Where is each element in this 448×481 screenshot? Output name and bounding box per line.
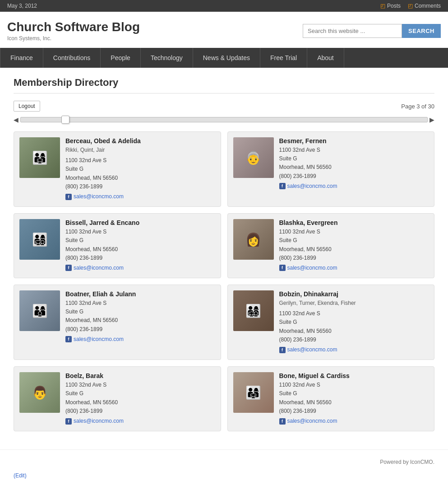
city-state: Moorhead, MN 56560 (65, 245, 215, 254)
top-bar-right: ◰ Posts ◰ Comments (380, 3, 441, 9)
address-line2: Suite G (279, 236, 429, 245)
directory-card: 👨‍👩‍👧‍👦Bissell, Jarred & Encano1100 32nd… (14, 213, 221, 278)
phone: (800) 236-1899 (279, 254, 429, 262)
nav-item-contributions[interactable]: Contributions (43, 48, 101, 68)
city-state: Moorhead, MN 56560 (279, 245, 429, 254)
email-link[interactable]: sales@iconcmo.com (287, 182, 337, 191)
city-state: Moorhead, MN 56560 (279, 398, 429, 407)
date-label: May 3, 2012 (7, 3, 37, 9)
city-state: Moorhead, MN 56560 (65, 398, 215, 407)
member-address: 1100 32nd Ave SSuite GMoorhead, MN 56560… (65, 228, 215, 272)
slider-left-arrow[interactable]: ◀ (14, 116, 18, 123)
posts-rss-link[interactable]: ◰ Posts (380, 3, 401, 9)
slider-right-arrow[interactable]: ▶ (430, 116, 434, 123)
search-input[interactable] (303, 24, 402, 38)
address-line2: Suite G (65, 165, 215, 173)
search-button[interactable]: SEARCH (402, 24, 441, 38)
address-line1: 1100 32nd Ave S (279, 146, 429, 154)
member-info: Boatner, Eliah & Julann1100 32nd Ave SSu… (65, 290, 215, 344)
edit-link[interactable]: (Edit) (0, 470, 40, 481)
header: Church Software Blog Icon Systems, Inc. … (0, 12, 448, 48)
directory-card: 👩Blashka, Evergreen1100 32nd Ave SSuite … (227, 213, 435, 278)
facebook-icon: f (279, 347, 286, 353)
site-branding: Church Software Blog Icon Systems, Inc. (7, 20, 140, 42)
phone: (800) 236-1899 (279, 407, 429, 416)
address-line2: Suite G (65, 389, 215, 398)
rss-icon-posts: ◰ (380, 3, 385, 9)
nav-item-free-trial[interactable]: Free Trial (260, 48, 307, 68)
directory-card: 👵Besmer, Fernen1100 32nd Ave SSuite GMoo… (227, 131, 435, 207)
email-row: f sales@iconcmo.com (65, 192, 215, 201)
email-row: f sales@iconcmo.com (65, 335, 215, 344)
member-info: Bobzin, DhinakarrajGerilyn, Turner, Eken… (279, 290, 429, 354)
directory-card: 👨‍👩‍👧Berceau, Obed & AdelidaRikki, Quint… (14, 131, 221, 207)
edit-link-container: (Edit) (0, 470, 448, 481)
member-photo: 👨‍👩‍👧‍👦 (233, 290, 274, 331)
search-form: SEARCH (303, 24, 441, 38)
member-name: Besmer, Fernen (279, 137, 429, 145)
member-name: Bissell, Jarred & Encano (65, 219, 215, 226)
address-line1: 1100 32nd Ave S (65, 228, 215, 236)
member-info: Boelz, Barak1100 32nd Ave SSuite GMoorhe… (65, 372, 215, 425)
email-link[interactable]: sales@iconcmo.com (287, 346, 337, 354)
controls-row: Logout Page 3 of 30 (14, 101, 434, 112)
email-link[interactable]: sales@iconcmo.com (74, 417, 124, 425)
email-row: f sales@iconcmo.com (279, 417, 429, 425)
address-line2: Suite G (279, 154, 429, 163)
site-subtitle: Icon Systems, Inc. (7, 35, 140, 42)
posts-label: Posts (387, 3, 401, 9)
email-row: f sales@iconcmo.com (279, 264, 429, 272)
page-heading: Membership Directory (14, 77, 434, 93)
nav-item-finance[interactable]: Finance (0, 48, 43, 68)
address-line1: 1100 32nd Ave S (65, 299, 215, 308)
directory-card: 👨Boelz, Barak1100 32nd Ave SSuite GMoorh… (14, 366, 221, 431)
address-line1: 1100 32nd Ave S (279, 381, 429, 389)
nav-item-about[interactable]: About (307, 48, 344, 68)
comments-rss-link[interactable]: ◰ Comments (408, 3, 441, 9)
member-photo: 👨‍👩‍👧 (233, 372, 274, 413)
nav-item-technology[interactable]: Technology (141, 48, 193, 68)
address-line2: Suite G (65, 236, 215, 245)
member-name: Berceau, Obed & Adelida (65, 137, 215, 145)
slider-row: ◀ ▶ (14, 116, 434, 123)
member-name: Bobzin, Dhinakarraj (279, 290, 429, 298)
email-link[interactable]: sales@iconcmo.com (74, 335, 124, 344)
facebook-icon: f (279, 418, 286, 425)
email-link[interactable]: sales@iconcmo.com (287, 417, 337, 425)
slider-track[interactable] (20, 117, 428, 122)
email-link[interactable]: sales@iconcmo.com (74, 264, 124, 272)
phone: (800) 236-1899 (65, 407, 215, 416)
city-state: Moorhead, MN 56560 (65, 174, 215, 182)
address-line2: Suite G (279, 389, 429, 398)
member-name: Blashka, Evergreen (279, 219, 429, 226)
facebook-icon: f (65, 194, 72, 200)
member-info: Besmer, Fernen1100 32nd Ave SSuite GMoor… (279, 137, 429, 191)
directory-card: 👨‍👩‍👦Boatner, Eliah & Julann1100 32nd Av… (14, 285, 221, 360)
member-address: 1100 32nd Ave SSuite GMoorhead, MN 56560… (279, 228, 429, 272)
email-row: f sales@iconcmo.com (65, 264, 215, 272)
member-info: Blashka, Evergreen1100 32nd Ave SSuite G… (279, 219, 429, 272)
email-link[interactable]: sales@iconcmo.com (287, 264, 337, 272)
city-state: Moorhead, MN 56560 (279, 163, 429, 172)
site-title: Church Software Blog (7, 20, 140, 34)
facebook-icon: f (279, 183, 286, 189)
email-link[interactable]: sales@iconcmo.com (74, 192, 124, 201)
member-name: Bone, Miguel & Cardiss (279, 372, 429, 379)
nav-item-people[interactable]: People (101, 48, 141, 68)
powered-by: Powered by IconCMO. (380, 459, 434, 465)
member-info: Berceau, Obed & AdelidaRikki, Quint, Jai… (65, 137, 215, 201)
slider-thumb[interactable] (61, 116, 69, 124)
nav-item-news[interactable]: News & Updates (193, 48, 260, 68)
member-address: 1100 32nd Ave SSuite GMoorhead, MN 56560… (65, 381, 215, 425)
logout-button[interactable]: Logout (14, 101, 40, 112)
member-family: Rikki, Quint, Jair (65, 146, 215, 154)
member-address: 1100 32nd Ave SSuite GMoorhead, MN 56560… (65, 299, 215, 344)
member-address: Gerilyn, Turner, Ekendra, Fisher1100 32n… (279, 299, 429, 354)
city-state: Moorhead, MN 56560 (65, 316, 215, 325)
directory-card: 👨‍👩‍👧Bone, Miguel & Cardiss1100 32nd Ave… (227, 366, 435, 431)
member-info: Bissell, Jarred & Encano1100 32nd Ave SS… (65, 219, 215, 272)
comments-label: Comments (415, 3, 441, 9)
email-row: f sales@iconcmo.com (279, 182, 429, 191)
member-address: Rikki, Quint, Jair1100 32nd Ave SSuite G… (65, 146, 215, 201)
footer: Powered by IconCMO. (0, 449, 448, 470)
